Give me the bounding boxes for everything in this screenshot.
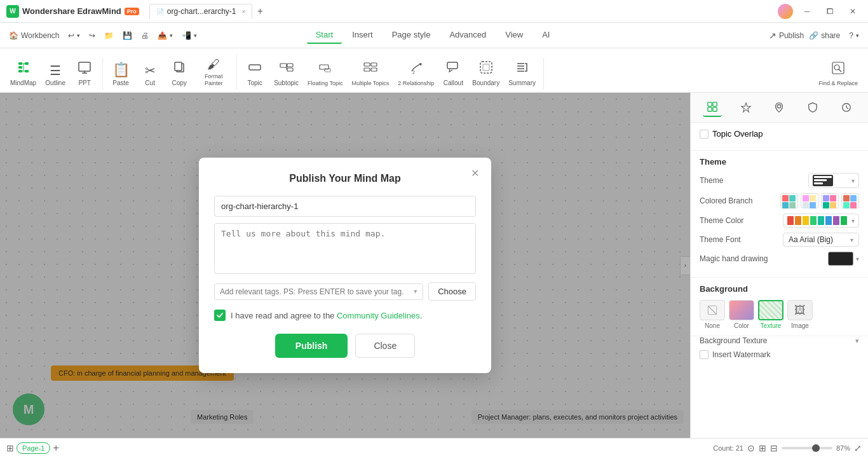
ribbon-mindmap[interactable]: MindMap	[6, 58, 40, 90]
ribbon-outline[interactable]: ☰ Outline	[41, 60, 69, 90]
add-tab-button[interactable]: +	[252, 4, 268, 19]
texture-arrow[interactable]: ▾	[855, 337, 859, 345]
workbench-button[interactable]: 🏠 Workbench	[5, 29, 63, 42]
bg-texture-box[interactable]	[758, 300, 783, 320]
publish-top-icon: ↗	[769, 31, 776, 41]
ribbon-ppt[interactable]: PPT	[71, 58, 98, 90]
export-button[interactable]: 📤 ▾	[154, 29, 177, 42]
panel-icon-location[interactable]	[770, 98, 789, 117]
bg-image-box[interactable]: 🖼	[787, 300, 813, 320]
tab-insert[interactable]: Insert	[343, 27, 382, 44]
tags-input-wrap[interactable]: ▾	[214, 283, 423, 300]
minimize-button[interactable]: ─	[798, 3, 816, 20]
color-option-2[interactable]	[801, 193, 818, 208]
ribbon-format-painter[interactable]: 🖌 Format Painter	[194, 55, 233, 90]
ribbon-multiple-topics[interactable]: Multiple Topics	[348, 58, 393, 90]
theme-select[interactable]: ▾	[808, 173, 859, 188]
color-option-1[interactable]	[780, 193, 798, 208]
community-guidelines-link[interactable]: Community Guidelines	[337, 311, 420, 320]
layout-icon[interactable]: ⊞	[6, 443, 14, 453]
topic-overlap-checkbox[interactable]	[700, 130, 709, 139]
watermark-checkbox[interactable]	[700, 350, 709, 359]
panel-icon-clock[interactable]	[837, 98, 856, 117]
theme-font-select[interactable]: Aa Arial (Big) ▾	[783, 233, 859, 247]
topic-overlap-label: Topic Overlap	[712, 129, 763, 139]
close-modal-button[interactable]: Close	[355, 334, 415, 358]
ribbon-callout[interactable]: Callout	[439, 58, 467, 90]
export-icon: 📤	[158, 31, 167, 40]
status-bar-right: Count: 21 ⊙ ⊞ ⊟ 87% ⤢	[713, 443, 862, 453]
ribbon-copy[interactable]: Copy	[165, 58, 193, 90]
modal-actions: Publish Close	[214, 334, 476, 358]
color-option-3[interactable]	[821, 193, 839, 208]
file-button[interactable]: 📁	[100, 29, 118, 42]
bg-option-image[interactable]: 🖼 Image	[787, 300, 813, 329]
tags-input[interactable]	[220, 287, 414, 296]
grid-view-icon[interactable]: ⊞	[759, 443, 766, 453]
fullscreen-icon[interactable]: ⊟	[770, 443, 778, 453]
share-toolbar-button[interactable]: 📲 ▾	[178, 29, 201, 42]
ribbon-relationship[interactable]: 2 2 Relationship	[394, 58, 438, 90]
texture-label: Background Texture	[700, 336, 768, 345]
color-option-4[interactable]	[841, 193, 859, 208]
ribbon: MindMap ☰ Outline PPT 📋 Paste ✂ Cut	[0, 48, 868, 93]
print-button[interactable]: 🖨	[137, 29, 153, 42]
panel-icon-shield[interactable]	[803, 98, 822, 117]
color-dot-b3	[803, 202, 809, 208]
tab-ai[interactable]: AI	[533, 27, 559, 44]
tab-view[interactable]: View	[496, 27, 532, 44]
add-page-button[interactable]: +	[53, 442, 58, 454]
fullscreen-expand-icon[interactable]: ⤢	[854, 443, 862, 453]
ribbon-topic[interactable]: Topic	[241, 58, 269, 90]
maximize-button[interactable]: ⧠	[821, 3, 839, 20]
magic-hand-color[interactable]	[828, 252, 853, 266]
ribbon-cut[interactable]: ✂ Cut	[136, 60, 164, 90]
bg-color-box[interactable]	[729, 300, 754, 320]
bg-option-texture[interactable]: Texture	[758, 300, 783, 329]
publish-modal-button[interactable]: Publish	[275, 334, 348, 358]
ribbon-floating-topic[interactable]: Floating Topic	[304, 58, 346, 90]
panel-icon-layout[interactable]	[703, 98, 722, 117]
choose-button[interactable]: Choose	[428, 282, 476, 301]
ribbon-find-replace[interactable]: Find & Replace	[815, 58, 862, 90]
close-button[interactable]: ✕	[844, 3, 862, 20]
modal-close-button[interactable]: ✕	[467, 165, 482, 181]
bg-option-color[interactable]: Color	[729, 300, 754, 329]
modal-name-input[interactable]	[214, 196, 476, 217]
page-tab[interactable]: Page-1	[17, 442, 50, 454]
tab-advanced[interactable]: Advanced	[440, 27, 495, 44]
magic-hand-arrow[interactable]: ▾	[856, 256, 859, 263]
avatar	[778, 4, 793, 19]
canvas-area[interactable]: CFO: in charge of financial planning and…	[0, 93, 690, 438]
color-dot-o1	[843, 195, 850, 201]
tab-start[interactable]: Start	[307, 27, 342, 44]
close-tab-icon[interactable]: ×	[242, 8, 246, 15]
tab-page-style[interactable]: Page style	[383, 27, 440, 44]
boundary-label: Boundary	[472, 79, 499, 87]
publish-top-button[interactable]: ↗ Publish	[769, 31, 804, 41]
theme-color-select[interactable]: ▾	[783, 214, 859, 228]
share-top-button[interactable]: 🔗 share	[809, 31, 840, 40]
zoom-slider[interactable]	[782, 447, 832, 449]
ribbon-paste[interactable]: 📋 Paste	[107, 59, 135, 90]
help-button[interactable]: ? ▾	[845, 29, 863, 42]
ribbon-subtopic[interactable]: Subtopic	[270, 58, 302, 90]
fit-icon[interactable]: ⊙	[747, 443, 755, 453]
svg-rect-23	[371, 63, 377, 66]
panel-icon-star[interactable]	[736, 98, 756, 117]
ribbon-edit-group: 📋 Paste ✂ Cut Copy 🖌 Format Painter	[103, 55, 237, 90]
agree-checkbox[interactable]	[214, 310, 226, 321]
redo-button[interactable]: ↪	[85, 29, 99, 42]
floating-topic-icon	[318, 61, 332, 79]
ribbon-boundary[interactable]: Boundary	[468, 58, 503, 90]
ribbon-summary[interactable]: Summary	[505, 58, 539, 90]
modal-description-textarea[interactable]	[214, 223, 476, 274]
bg-option-none[interactable]: None	[700, 300, 725, 329]
svg-rect-28	[447, 62, 458, 69]
undo-button[interactable]: ↩ ▾	[64, 29, 84, 42]
bg-none-box[interactable]	[700, 300, 725, 320]
save-button[interactable]: 💾	[119, 29, 136, 42]
svg-rect-22	[364, 63, 370, 66]
active-tab[interactable]: 📄 org-chart...erarchy-1 ×	[149, 4, 253, 18]
zoom-thumb[interactable]	[812, 444, 820, 452]
